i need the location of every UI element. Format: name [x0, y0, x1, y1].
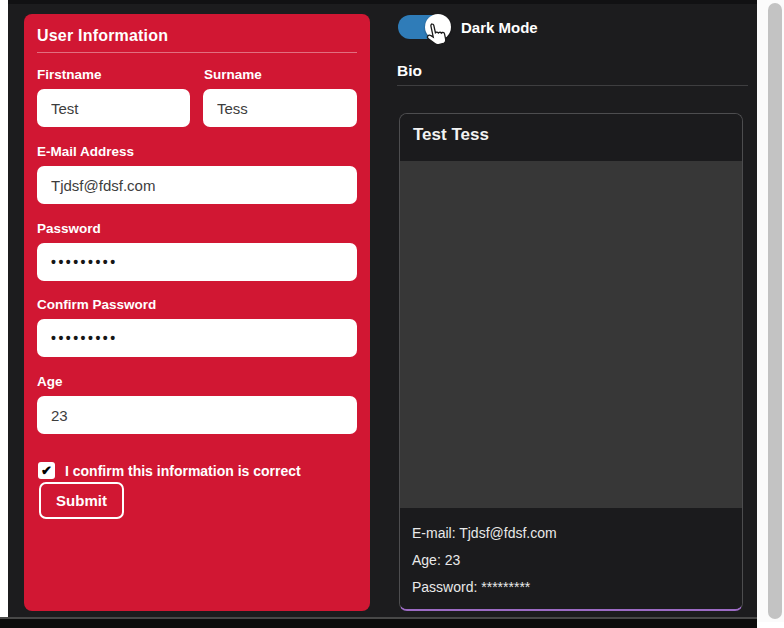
form-title: User Information: [37, 27, 168, 45]
password-input[interactable]: [37, 243, 357, 281]
confirm-checkbox-row: ✔ I confirm this information is correct: [38, 462, 301, 479]
age-label: Age: [37, 374, 63, 389]
surname-input[interactable]: [203, 89, 357, 127]
user-information-panel: User Information Firstname Surname E-Mai…: [24, 14, 370, 611]
bio-card-header: Test Tess: [400, 114, 742, 161]
password-label: Password: [37, 221, 101, 236]
checkmark-icon: ✔: [41, 464, 52, 477]
bio-section-title: Bio: [397, 62, 422, 80]
window-bottom-edge: [0, 617, 757, 628]
email-input[interactable]: [37, 166, 357, 204]
bio-card: Test Tess E-mail: Tjdsf@fdsf.com Age: 23…: [399, 113, 743, 611]
bio-card-body: [400, 161, 742, 508]
bio-age-line: Age: 23: [412, 552, 460, 568]
bio-card-name: Test Tess: [413, 125, 489, 145]
email-label: E-Mail Address: [37, 144, 134, 159]
screen: User Information Firstname Surname E-Mai…: [0, 0, 784, 628]
bio-email-line: E-mail: Tjdsf@fdsf.com: [412, 525, 557, 541]
confirm-checkbox-label: I confirm this information is correct: [65, 463, 301, 479]
window-top-edge: [8, 0, 757, 4]
hand-cursor-icon: [424, 21, 449, 51]
surname-label: Surname: [204, 67, 262, 82]
firstname-input[interactable]: [37, 89, 190, 127]
form-title-divider: [37, 52, 357, 53]
bio-card-footer: E-mail: Tjdsf@fdsf.com Age: 23 Password:…: [400, 508, 742, 610]
scrollbar-thumb[interactable]: [768, 3, 782, 619]
bio-section-divider: [397, 85, 748, 86]
firstname-label: Firstname: [37, 67, 102, 82]
bio-password-line: Password: *********: [412, 579, 530, 595]
confirm-password-label: Confirm Password: [37, 297, 156, 312]
age-input[interactable]: [37, 396, 357, 434]
confirm-password-input[interactable]: [37, 319, 357, 357]
dark-mode-label: Dark Mode: [461, 19, 538, 36]
submit-button[interactable]: Submit: [39, 482, 124, 519]
vertical-scrollbar: [757, 0, 784, 622]
confirm-checkbox[interactable]: ✔: [38, 462, 55, 479]
